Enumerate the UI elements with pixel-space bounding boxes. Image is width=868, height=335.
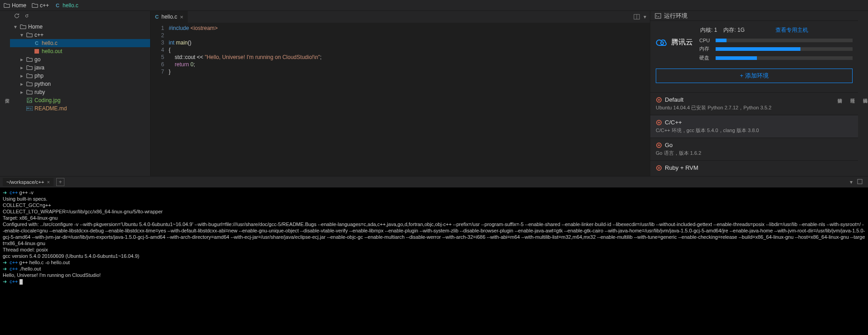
tree-item-hello-out[interactable]: hello.out <box>10 47 150 55</box>
chevron-down-icon[interactable]: ▾ <box>644 14 646 20</box>
breadcrumb-file[interactable]: C hello.c <box>54 2 78 9</box>
tree-label: hello.out <box>42 48 62 54</box>
env-desc: Ubuntu 14.04.4 已安装 Python 2.7.12，Python … <box>656 104 853 111</box>
env-name: Go <box>665 142 673 148</box>
terminal-output[interactable]: ➜ c++ g++ -vUsing built-in specs.COLLECT… <box>0 187 868 335</box>
svg-point-2 <box>28 99 29 100</box>
close-icon[interactable]: × <box>47 179 49 185</box>
tree-item-readme-md[interactable]: README.md <box>10 104 150 113</box>
tree-item-ruby[interactable]: ▸ruby <box>10 88 150 96</box>
tree-label: hello.c <box>42 40 58 46</box>
binary-file-icon <box>34 49 40 54</box>
breadcrumb-bar: Home c++ C hello.c <box>0 0 868 11</box>
svg-rect-0 <box>34 49 39 54</box>
tree-label: c++ <box>34 32 44 38</box>
tree-item-coding-jpg[interactable]: Coding.jpg <box>10 96 150 104</box>
svg-point-13 <box>658 144 660 146</box>
tree-item-hello-c[interactable]: Chello.c <box>10 39 150 47</box>
c-file-icon: C <box>54 2 61 9</box>
env-icon <box>656 142 662 148</box>
tree-item-python[interactable]: ▸python <box>10 80 150 88</box>
chevron-icon: ▸ <box>19 73 24 79</box>
chevron-down-icon: ▾ <box>13 24 18 30</box>
code-editor[interactable]: 1234567 #include <iostream> int main(){ … <box>151 23 650 176</box>
folder-icon <box>4 2 10 9</box>
env-name: Default <box>665 96 683 103</box>
cloud-icon <box>656 38 668 47</box>
cloud-logo: 腾讯云 <box>656 38 693 47</box>
chevron-icon: ▸ <box>19 89 24 95</box>
tree-item-java[interactable]: ▸java <box>10 64 150 72</box>
svg-point-11 <box>658 122 660 123</box>
folder-icon <box>20 24 26 30</box>
tree-label: java <box>34 64 44 71</box>
c-file-icon: C <box>34 40 40 46</box>
env-icon <box>656 165 662 171</box>
env-item-go[interactable]: GoGo 语言，版本 1.6.2 <box>650 138 858 160</box>
tree-root[interactable]: ▾ Home <box>10 23 150 31</box>
c-file-icon: C <box>155 14 159 20</box>
tree-label: go <box>34 56 40 63</box>
tab-label: hello.c <box>161 14 177 20</box>
chevron-icon: ▸ <box>19 64 24 71</box>
env-header: 运行环境 <box>650 11 858 21</box>
close-icon[interactable]: × <box>180 14 184 20</box>
env-icon <box>656 119 662 126</box>
add-terminal-button[interactable]: + <box>56 178 64 186</box>
code-content[interactable]: #include <iostream> int main(){ std::cou… <box>169 23 650 176</box>
env-name: Ruby + RVM <box>665 164 698 171</box>
folder-icon <box>26 89 33 95</box>
tree-label: README.md <box>34 105 67 112</box>
folder-icon <box>26 73 33 79</box>
metric-cpu: CPU <box>699 38 853 43</box>
maximize-icon[interactable] <box>857 179 863 185</box>
env-desc: Go 语言，版本 1.6.2 <box>656 150 853 157</box>
terminal-panel: ~/workspace/c++ × + ▾ ➜ c++ g++ -vUsing … <box>0 176 868 335</box>
breadcrumb-label: c++ <box>40 2 49 9</box>
collapse-icon[interactable] <box>24 13 30 19</box>
file-tree: ▾ Home ▾c++Chello.chello.out▸go▸java▸php… <box>10 21 150 114</box>
chevron-down-icon[interactable]: ▾ <box>850 179 853 185</box>
tree-item-go[interactable]: ▸go <box>10 55 150 64</box>
env-list: DefaultUbuntu 14.04.4 已安装 Python 2.7.12，… <box>650 92 858 176</box>
env-item-default[interactable]: DefaultUbuntu 14.04.4 已安装 Python 2.7.12，… <box>650 92 858 115</box>
chevron-icon: ▾ <box>19 32 24 38</box>
line-gutter: 1234567 <box>151 23 169 176</box>
add-env-button[interactable]: + 添加环境 <box>656 69 853 83</box>
explorer-toolbar <box>10 11 150 21</box>
env-item-ruby-rvm[interactable]: Ruby + RVM <box>650 160 858 176</box>
metric-mem: 内存 <box>699 45 853 52</box>
tab-label: ~/workspace/c++ <box>6 179 44 185</box>
chevron-icon: ▸ <box>19 81 24 87</box>
breadcrumb-home[interactable]: Home <box>4 2 26 9</box>
svg-rect-16 <box>858 179 862 184</box>
env-desc: C/C++ 环境，gcc 版本 5.4.0，clang 版本 3.8.0 <box>656 127 853 134</box>
tree-label: Coding.jpg <box>34 97 60 103</box>
chevron-icon: ▸ <box>19 56 24 63</box>
terminal-tab[interactable]: ~/workspace/c++ × <box>3 178 54 186</box>
breadcrumb-label: Home <box>12 2 26 9</box>
tree-label: python <box>34 81 51 87</box>
split-icon[interactable] <box>634 14 640 20</box>
tree-label: ruby <box>34 89 45 95</box>
folder-icon <box>26 64 33 71</box>
env-title: 运行环境 <box>664 12 688 20</box>
refresh-icon[interactable] <box>14 13 20 19</box>
editor-tab-hello-c[interactable]: C hello.c × <box>151 11 188 23</box>
activity-bar: 探文件 工作文件 <box>0 11 10 176</box>
view-host-link[interactable]: 查看专用主机 <box>775 26 808 34</box>
env-mem: 内存: 1G <box>723 26 745 34</box>
editor-tab-bar: C hello.c × ▾ <box>151 11 650 23</box>
breadcrumb-label: hello.c <box>63 2 78 9</box>
svg-point-7 <box>661 42 663 44</box>
env-cores: 内核: 1 <box>700 26 717 34</box>
file-explorer: ▾ Home ▾c++Chello.chello.out▸go▸java▸php… <box>10 11 151 176</box>
breadcrumb-cpp[interactable]: c++ <box>32 2 49 9</box>
env-name: C/C++ <box>665 119 682 126</box>
terminal-icon <box>655 13 661 19</box>
env-item-c-c-[interactable]: C/C++C/C++ 环境，gcc 版本 5.4.0，clang 版本 3.8.… <box>650 115 858 138</box>
tree-item-php[interactable]: ▸php <box>10 72 150 80</box>
tree-item-c-[interactable]: ▾c++ <box>10 31 150 39</box>
env-icon <box>656 97 662 103</box>
svg-point-15 <box>658 167 660 169</box>
